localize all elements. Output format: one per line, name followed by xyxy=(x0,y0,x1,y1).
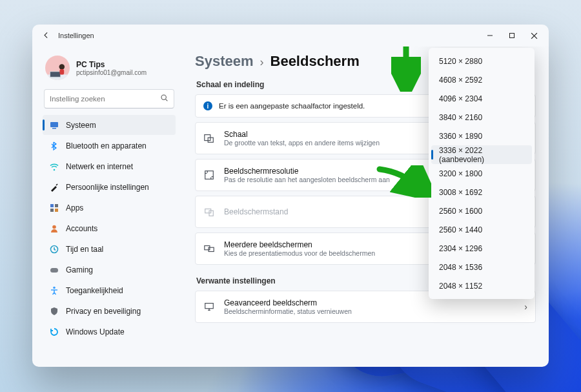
search-input[interactable] xyxy=(50,95,160,103)
setting-title: Geavanceerd beeldscherm xyxy=(224,298,352,307)
sidebar-item-label: Netwerk en internet xyxy=(66,162,133,171)
avatar xyxy=(45,56,70,80)
clock-icon xyxy=(49,244,59,254)
sidebar: PC Tips pctipsinfo01@gmail.com SysteemBl… xyxy=(32,46,182,367)
sidebar-item-label: Tijd en taal xyxy=(66,245,103,254)
main-content: Systeem › Beeldscherm Schaal en indeling… xyxy=(182,46,549,367)
svg-rect-3 xyxy=(50,72,60,77)
close-button[interactable] xyxy=(523,26,545,45)
banner-text: Er is een aangepaste schaalfactor ingest… xyxy=(219,102,365,110)
display-icon xyxy=(49,120,59,130)
svg-point-16 xyxy=(53,286,56,289)
sidebar-item-label: Privacy en beveiliging xyxy=(66,307,141,316)
sidebar-item-label: Persoonlijke instellingen xyxy=(66,183,149,192)
settings-window: Instellingen xyxy=(32,25,549,367)
svg-rect-19 xyxy=(205,171,214,180)
resolution-option[interactable]: 4608 × 2592 xyxy=(431,70,532,89)
sidebar-item-label: Gaming xyxy=(66,265,93,274)
maximize-button[interactable] xyxy=(501,26,523,45)
nav-list: SysteemBluetooth en apparatenNetwerk en … xyxy=(43,115,176,342)
shield-icon xyxy=(49,306,59,316)
brush-icon xyxy=(49,182,59,192)
sidebar-item-label: Windows Update xyxy=(66,327,125,336)
svg-rect-8 xyxy=(52,128,56,129)
sidebar-item-label: Toegankelijkheid xyxy=(66,286,123,295)
sidebar-item-wifi[interactable]: Netwerk en internet xyxy=(43,156,176,176)
resolution-option[interactable]: 2048 × 1536 xyxy=(431,258,532,276)
sidebar-item-update[interactable]: Windows Update xyxy=(43,322,176,342)
profile-name: PC Tips xyxy=(76,60,147,69)
chevron-right-icon: › xyxy=(524,302,527,312)
titlebar: Instellingen xyxy=(32,25,549,46)
chevron-right-icon: › xyxy=(260,56,264,69)
profile-email: pctipsinfo01@gmail.com xyxy=(76,69,147,76)
resolution-option[interactable]: 2560 × 1440 xyxy=(431,220,532,239)
sidebar-item-label: Accounts xyxy=(66,224,97,233)
resolution-option[interactable]: 2560 × 1600 xyxy=(431,201,532,220)
sidebar-item-clock[interactable]: Tijd en taal xyxy=(43,239,176,259)
sidebar-item-brush[interactable]: Persoonlijke instellingen xyxy=(43,177,176,197)
back-button[interactable] xyxy=(40,31,52,41)
setting-desc: Kies de presentatiemodus voor de beeldsc… xyxy=(224,249,375,257)
resolution-option[interactable]: 5120 × 2880 xyxy=(431,52,532,70)
scale-icon xyxy=(203,132,215,144)
multiple-displays-icon xyxy=(203,243,215,254)
setting-desc: Beeldscherminformatie, status vernieuwen xyxy=(224,307,352,315)
resolution-option[interactable]: 3336 × 2022 (aanbevolen) xyxy=(431,145,532,164)
window-title: Instellingen xyxy=(58,32,94,39)
sidebar-item-label: Bluetooth en apparaten xyxy=(66,141,147,150)
bluetooth-icon xyxy=(49,141,59,151)
svg-rect-12 xyxy=(55,209,58,212)
orientation-icon xyxy=(203,206,215,218)
setting-title: Meerdere beeldschermen xyxy=(224,240,375,249)
resolution-option[interactable]: 2048 × 1152 xyxy=(431,276,532,295)
setting-title: Beeldschermresolutie xyxy=(224,167,390,176)
svg-point-6 xyxy=(161,95,166,99)
monitor-icon xyxy=(203,301,215,313)
profile-block[interactable]: PC Tips pctipsinfo01@gmail.com xyxy=(43,50,176,88)
resolution-option[interactable]: 3360 × 1890 xyxy=(431,127,532,145)
sidebar-item-bluetooth[interactable]: Bluetooth en apparaten xyxy=(43,136,176,156)
resolution-dropdown[interactable]: 5120 × 28804608 × 25924096 × 23043840 × … xyxy=(429,48,535,299)
svg-rect-0 xyxy=(510,34,515,38)
search-box[interactable] xyxy=(44,89,174,108)
resolution-icon xyxy=(203,169,215,181)
access-icon xyxy=(49,285,59,296)
svg-rect-5 xyxy=(59,69,64,75)
game-icon xyxy=(49,265,59,275)
setting-title: Schaal xyxy=(224,130,380,139)
sidebar-item-game[interactable]: Gaming xyxy=(43,260,176,280)
breadcrumb-current: Beeldscherm xyxy=(270,53,360,70)
resolution-option[interactable]: 4096 × 2304 xyxy=(431,89,532,108)
resolution-option[interactable]: 3200 × 1800 xyxy=(431,164,532,183)
svg-rect-10 xyxy=(55,204,58,207)
setting-desc: Pas de resolutie aan het aangesloten bee… xyxy=(224,176,390,183)
resolution-option[interactable]: 3008 × 1692 xyxy=(431,183,532,201)
svg-rect-9 xyxy=(50,204,54,207)
sidebar-item-apps[interactable]: Apps xyxy=(43,198,176,218)
sidebar-item-display[interactable]: Systeem xyxy=(43,115,176,135)
svg-rect-7 xyxy=(50,122,58,127)
sidebar-item-access[interactable]: Toegankelijkheid xyxy=(43,280,176,300)
svg-point-13 xyxy=(52,225,56,229)
minimize-button[interactable] xyxy=(479,26,501,45)
resolution-option[interactable]: 3840 × 2160 xyxy=(431,108,532,127)
resolution-option[interactable]: 2304 × 1296 xyxy=(431,239,532,258)
update-icon xyxy=(49,327,59,337)
setting-desc: De grootte van tekst, apps en andere ite… xyxy=(224,139,380,147)
svg-rect-15 xyxy=(50,268,58,273)
sidebar-item-person[interactable]: Accounts xyxy=(43,218,176,238)
apps-icon xyxy=(49,203,59,213)
info-icon: i xyxy=(203,101,212,110)
svg-rect-24 xyxy=(205,304,214,309)
search-icon xyxy=(160,94,168,104)
sidebar-item-label: Systeem xyxy=(66,121,96,130)
setting-title: Beeldschermstand xyxy=(224,207,288,216)
svg-rect-11 xyxy=(50,209,54,212)
sidebar-item-label: Apps xyxy=(66,203,83,212)
sidebar-item-shield[interactable]: Privacy en beveiliging xyxy=(43,301,176,321)
person-icon xyxy=(49,223,59,234)
wifi-icon xyxy=(49,161,59,172)
breadcrumb-parent[interactable]: Systeem xyxy=(195,53,254,70)
svg-point-4 xyxy=(59,64,65,70)
